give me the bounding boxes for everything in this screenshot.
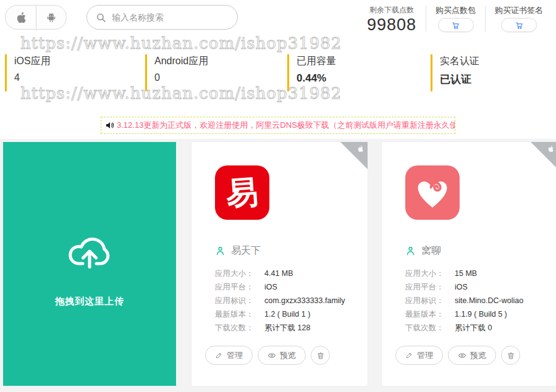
- download-points: 剩余下载点数 99808: [358, 4, 426, 33]
- person-icon: [215, 246, 225, 256]
- stat-value: 4: [14, 72, 51, 83]
- field-value: com.gxzx333333.family: [264, 296, 345, 305]
- field-label: 应用标识：: [405, 296, 455, 306]
- field-downloads: 下载次数： 累计下载 0: [405, 321, 556, 335]
- announcement-bar: 3.12.13更新为正式版，欢迎注册使用，阿里云DNS极致下载（之前测试版用户请…: [101, 117, 455, 134]
- field-value: 1.1.9 ( Build 5 ): [455, 310, 507, 319]
- field-value: 累计下载 0: [455, 323, 492, 333]
- filter-android-button[interactable]: [36, 6, 67, 29]
- stat-android-apps: Android应用 0: [145, 54, 208, 91]
- stat-value: 0.44%: [297, 72, 336, 85]
- field-platform: 应用平台： iOS: [215, 280, 368, 294]
- app-card: 窝聊 应用大小： 15 MB 应用平台： iOS 应用标识： site.Mino…: [382, 142, 556, 386]
- android-icon: [45, 11, 57, 23]
- app-name: 窝聊: [421, 244, 441, 257]
- field-label: 应用标识：: [215, 296, 264, 306]
- preview-button[interactable]: 预览: [448, 346, 496, 365]
- stat-value: 0: [154, 72, 208, 83]
- manage-button[interactable]: 管理: [205, 346, 253, 365]
- card-actions: 管理 预览: [395, 346, 556, 365]
- heart-spiral-icon: [413, 173, 452, 212]
- field-label: 应用大小：: [405, 269, 455, 279]
- watermark-text: https://www.huzhan.com/ishop31982: [20, 34, 342, 52]
- cloud-upload-icon: [61, 220, 118, 277]
- search-box: [86, 5, 238, 30]
- eye-icon: [458, 351, 466, 360]
- field-app-size: 应用大小： 4.41 MB: [215, 267, 368, 280]
- app-icon: 易: [215, 165, 269, 220]
- app-card: 易 易天下 应用大小： 4.41 MB 应用平台： iOS 应用标识：: [192, 142, 368, 386]
- pencil-icon: [405, 351, 413, 359]
- field-value: site.Mino.DC-woliao: [455, 296, 523, 305]
- stat-realname-auth: 实名认证 已认证: [431, 54, 479, 91]
- pencil-icon: [215, 351, 223, 359]
- buy-points-button[interactable]: [438, 18, 474, 32]
- manage-label: 管理: [227, 350, 243, 361]
- cart-icon: [515, 21, 524, 30]
- manage-label: 管理: [417, 350, 433, 361]
- cart-icon: [451, 21, 460, 30]
- app-fields: 应用大小： 15 MB 应用平台： iOS 应用标识： site.Mino.DC…: [405, 267, 556, 335]
- upload-dropzone[interactable]: 拖拽到这里上传: [3, 142, 176, 386]
- field-label: 最新版本：: [405, 309, 455, 320]
- field-value: 4.41 MB: [264, 269, 293, 278]
- delete-button[interactable]: [311, 346, 330, 365]
- preview-label: 预览: [280, 350, 296, 361]
- field-label: 应用平台：: [405, 282, 455, 293]
- field-label: 下载次数：: [215, 323, 264, 333]
- stat-label: Android应用: [154, 55, 208, 68]
- app-name-row: 窝聊: [405, 244, 556, 257]
- field-label: 最新版本：: [215, 309, 264, 320]
- search-input[interactable]: [112, 12, 229, 22]
- field-app-size: 应用大小： 15 MB: [405, 267, 556, 280]
- field-version: 最新版本： 1.1.9 ( Build 5 ): [405, 307, 556, 321]
- platform-filter: [5, 5, 67, 30]
- apple-icon: [356, 145, 364, 152]
- download-points-value: 99808: [367, 15, 416, 35]
- field-value: 累计下载 128: [264, 323, 310, 333]
- app-fields: 应用大小： 4.41 MB 应用平台： iOS 应用标识： com.gxzx33…: [215, 267, 368, 335]
- card-actions: 管理 预览: [205, 346, 368, 365]
- field-label: 应用平台：: [215, 282, 264, 293]
- app-icon: [405, 165, 460, 220]
- field-value: 1.2 ( Build 1 ): [264, 310, 310, 319]
- announcement-text: 3.12.13更新为正式版，欢迎注册使用，阿里云DNS极致下载（之前测试版用户请…: [117, 120, 455, 131]
- field-downloads: 下载次数： 累计下载 128: [215, 321, 368, 335]
- buy-cert-button[interactable]: [501, 18, 537, 32]
- preview-button[interactable]: 预览: [258, 346, 306, 365]
- delete-button[interactable]: [501, 346, 520, 365]
- main-area: 拖拽到这里上传 易 易天下 应用大小： 4.41 MB: [0, 139, 556, 392]
- stat-value: 已认证: [440, 72, 479, 86]
- header-right-cluster: 剩余下载点数 99808 购买点数包 购买证书签名: [358, 4, 552, 33]
- stat-storage-used: 已用容量 0.44%: [287, 54, 336, 91]
- field-value: 15 MB: [455, 269, 477, 278]
- speaker-icon: [105, 120, 115, 130]
- field-version: 最新版本： 1.2 ( Build 1 ): [215, 307, 368, 321]
- app-icon-glyph: 易: [225, 175, 259, 210]
- field-platform: 应用平台： iOS: [405, 280, 556, 294]
- app-name: 易天下: [231, 244, 261, 257]
- apple-icon: [14, 11, 27, 24]
- stat-label: 已用容量: [297, 55, 336, 68]
- field-label: 应用大小：: [215, 269, 264, 279]
- upload-label: 拖拽到这里上传: [55, 296, 124, 307]
- app-name-row: 易天下: [215, 244, 368, 257]
- buy-cert-label: 购买证书签名: [495, 5, 543, 16]
- buy-points-label: 购买点数包: [436, 5, 476, 16]
- field-label: 下载次数：: [405, 323, 455, 333]
- eye-icon: [267, 351, 276, 360]
- filter-ios-button[interactable]: [6, 6, 36, 29]
- apple-icon: [547, 145, 554, 152]
- field-value: iOS: [264, 283, 277, 291]
- stat-label: iOS应用: [14, 55, 51, 68]
- trash-icon: [316, 351, 325, 360]
- manage-button[interactable]: 管理: [395, 346, 443, 365]
- field-bundle-id: 应用标识： com.gxzx333333.family: [215, 294, 368, 307]
- trash-icon: [507, 351, 515, 360]
- download-points-label: 剩余下载点数: [369, 5, 414, 15]
- field-value: iOS: [455, 283, 468, 291]
- stat-label: 实名认证: [440, 55, 479, 68]
- preview-label: 预览: [470, 350, 486, 361]
- buy-points-block: 购买点数包: [426, 4, 485, 33]
- search-icon: [96, 12, 106, 23]
